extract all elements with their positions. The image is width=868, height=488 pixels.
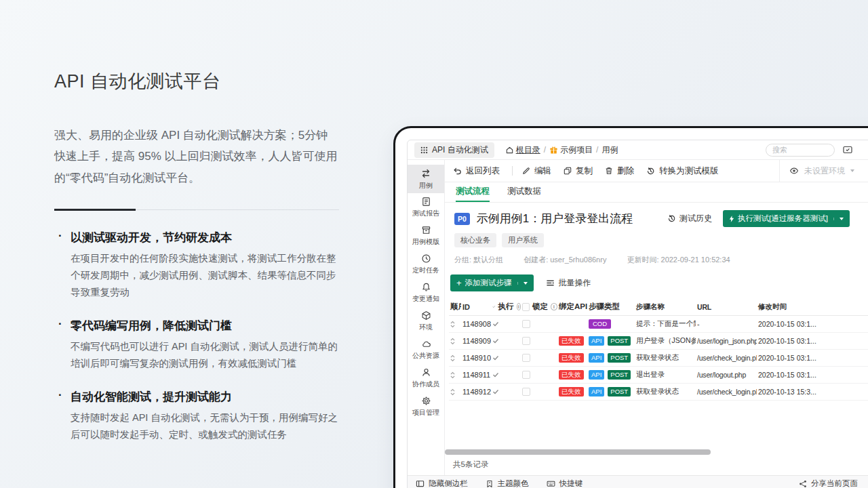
drag-handle-icon[interactable]: [450, 371, 455, 379]
sidebar-item-public-resources[interactable]: 公共资源: [408, 336, 444, 364]
share-icon: [799, 480, 807, 488]
method-badge: POST: [608, 353, 631, 363]
check-icon[interactable]: [492, 304, 496, 310]
add-step-button[interactable]: + 添加测试步骤: [450, 274, 534, 291]
sidebar-item-templates[interactable]: 用例模版: [408, 222, 444, 250]
method-badge: POST: [608, 370, 631, 380]
delete-button[interactable]: 删除: [605, 165, 634, 177]
app-menu-button[interactable]: API 自动化测试: [414, 142, 494, 158]
invalid-badge: 已失效: [559, 370, 584, 380]
breadcrumb-current[interactable]: 用例: [601, 144, 618, 156]
sidebar-item-notifications[interactable]: 变更通知: [408, 279, 444, 307]
drag-handle-icon[interactable]: [450, 388, 455, 396]
feature-body: 支持随时发起 API 自动化测试，无需认为干预，用例编写好之后可以随时发起手动、…: [54, 409, 339, 443]
undo-icon: [453, 167, 462, 176]
copy-button[interactable]: 复制: [564, 165, 593, 177]
feature-list: 以测试驱动开发，节约研发成本 在项目开发中的任何阶段实施快速测试，将测试工作分散…: [54, 230, 339, 443]
col-time: 修改时间: [757, 302, 868, 312]
check-icon: [492, 354, 499, 361]
lock-checkbox[interactable]: [522, 371, 530, 379]
tab-test-flow[interactable]: 测试流程: [456, 182, 490, 202]
laptop-frame: API 自动化测试 根目录 / 示例项目 / 用例: [393, 126, 868, 488]
history-icon: [646, 167, 655, 176]
share-page-button[interactable]: 分享当前页面: [799, 479, 858, 488]
step-actions: + 添加测试步骤 批量操作: [445, 273, 868, 298]
feature-heading: 自动化智能测试，提升测试能力: [54, 389, 339, 405]
edit-button[interactable]: 编辑: [522, 165, 551, 177]
horizontal-scrollbar[interactable]: [445, 449, 711, 455]
tab-test-data[interactable]: 测试数据: [507, 182, 541, 202]
invalid-badge: 已失效: [559, 336, 584, 346]
history-icon: [667, 214, 676, 223]
convert-to-template-button[interactable]: 转换为测试模版: [646, 165, 719, 177]
drag-handle-icon[interactable]: [450, 321, 455, 328]
sidebar-item-members[interactable]: 协作成员: [408, 364, 444, 392]
step-name: 获取登录状态: [635, 387, 696, 396]
breadcrumb-root[interactable]: 根目录: [505, 144, 540, 156]
toolbar-divider: [512, 166, 513, 176]
report-icon: [421, 197, 431, 207]
hide-sidebar-button[interactable]: 隐藏侧边栏: [416, 479, 468, 488]
environment-selector[interactable]: 未设置环境: [779, 160, 864, 182]
meta-creator: 创建者: user_5rhu086nry: [524, 255, 606, 265]
search-input[interactable]: [766, 144, 835, 157]
steps-table: 顺序 ID 执行 锁定 绑定API 步骤类型 步骤名称 UR: [445, 298, 868, 401]
shortcuts-button[interactable]: 快捷键: [547, 479, 583, 488]
case-toolbar: 返回列表 编辑 复制 删除 转换为测试模版: [445, 160, 868, 182]
gift-icon: [549, 146, 558, 155]
test-history-button[interactable]: 测试历史: [667, 213, 712, 224]
sidebar-item-scheduled-tasks[interactable]: 定时任务: [408, 250, 444, 279]
lock-checkbox[interactable]: [522, 388, 530, 396]
lock-checkbox[interactable]: [522, 337, 530, 345]
page-title: API 自动化测试平台: [54, 69, 339, 94]
grid-icon: [420, 146, 428, 154]
lock-all-checkbox[interactable]: [522, 303, 530, 311]
col-id: ID: [461, 303, 491, 311]
keyboard-icon: [547, 479, 555, 488]
intro-text: 强大、易用的企业级 API 自动化测试解决方案；5分钟快速上手，提高 95% 以…: [54, 125, 339, 188]
table-row[interactable]: 1148912 已失效 APIPOST 获取登录状态 /user/check_l…: [449, 384, 868, 401]
sidebar-item-project-settings[interactable]: 项目管理: [408, 392, 444, 421]
sidebar-item-cases[interactable]: 用例: [408, 165, 444, 193]
breadcrumb-project[interactable]: 示例项目: [549, 144, 593, 156]
run-test-button[interactable]: 执行测试[通过服务器测试]: [723, 210, 850, 227]
drag-handle-icon[interactable]: [450, 338, 455, 345]
theme-color-button[interactable]: 主题颜色: [486, 479, 529, 488]
feature-body: 在项目开发中的任何阶段实施快速测试，将测试工作分散在整个研发周期中，减少测试用例…: [54, 250, 339, 301]
api-badge: API: [589, 353, 604, 363]
clock-icon: [421, 253, 431, 264]
step-url: -: [696, 320, 757, 328]
add-step-dropdown[interactable]: [517, 282, 528, 285]
case-meta: 分组: 默认分组 创建者: user_5rhu086nry 更新时间: 2022…: [454, 255, 868, 265]
batch-actions-button[interactable]: 批量操作: [546, 277, 591, 289]
tag: 用户系统: [502, 233, 544, 247]
table-row[interactable]: 1148910 已失效 APIPOST 获取登录状态 /user/check_l…: [449, 350, 868, 367]
lock-checkbox[interactable]: [522, 354, 530, 362]
col-name: 步骤名称: [635, 302, 696, 312]
method-badge: POST: [608, 387, 631, 396]
table-row[interactable]: 1148908 COD 提示：下面是一个简... - 2020-10-15 03…: [449, 316, 868, 333]
step-url: /user/check_login.php: [696, 354, 757, 362]
step-url: /user/logout.php: [696, 371, 757, 379]
drag-handle-icon[interactable]: [450, 354, 455, 362]
run-test-dropdown[interactable]: [833, 218, 844, 220]
back-to-list-button[interactable]: 返回列表: [453, 165, 500, 177]
step-time: 2020-10-15 03:1...: [757, 337, 868, 345]
template-icon: [421, 225, 431, 235]
sidebar-item-reports[interactable]: 测试报告: [408, 193, 444, 222]
lock-checkbox[interactable]: [522, 320, 530, 328]
type-badge: COD: [589, 319, 611, 329]
table-row[interactable]: 1148909 已失效 APIPOST 用户登录（JSON参数） /user/l…: [449, 333, 868, 350]
copy-icon: [564, 167, 572, 175]
gear-icon: [421, 396, 431, 406]
meta-updated: 更新时间: 2022-09-21 10:52:34: [627, 255, 730, 265]
step-time: 2020-10-15 03:1...: [757, 371, 868, 379]
invalid-badge: 已失效: [559, 387, 584, 396]
table-row[interactable]: 1148911 已失效 APIPOST 退出登录 /user/logout.ph…: [449, 367, 868, 384]
section-divider: [54, 209, 339, 211]
breadcrumb-separator: /: [544, 145, 546, 155]
step-name: 提示：下面是一个简...: [635, 319, 696, 329]
panel-toggle-icon[interactable]: [843, 145, 852, 155]
col-url: URL: [696, 303, 757, 311]
sidebar-item-environments[interactable]: 环境: [408, 307, 444, 336]
